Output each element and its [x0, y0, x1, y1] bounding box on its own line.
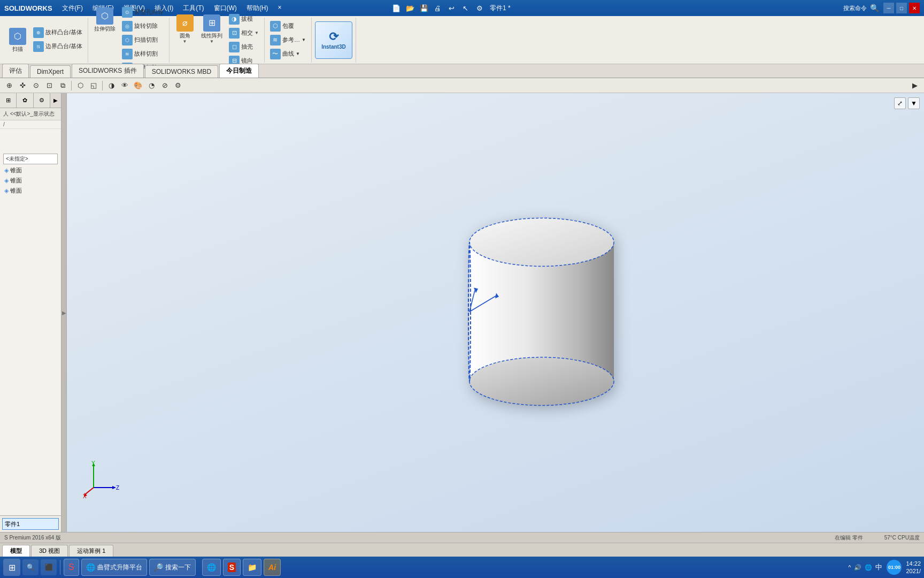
tray-network-icon[interactable]: 🌐 — [865, 564, 872, 571]
tab-sw-mbd[interactable]: SOLIDWORKS MBD — [145, 65, 218, 78]
taskbar-browser-btn[interactable]: 🌐 曲臂式升降平台 — [81, 559, 147, 576]
instant3d-btn[interactable]: ⟳ Instant3D — [315, 21, 352, 59]
hide-show-btn[interactable]: 👁 — [119, 80, 130, 92]
menu-tools[interactable]: 工具(T) — [179, 3, 208, 14]
menu-help[interactable]: 帮助(H) — [242, 3, 273, 14]
svg-marker-14 — [112, 486, 116, 489]
app-logo: SOLIDWORKS — [4, 4, 52, 12]
new-file-btn[interactable]: 📄 — [390, 2, 402, 14]
taskbar-search-btn[interactable]: 🔍 — [22, 559, 38, 575]
taskbar-search-app-btn[interactable]: 🔎 搜索一下 — [149, 559, 196, 576]
revolve-cut-btn[interactable]: ◎ 旋转切除 — [120, 20, 166, 33]
tab-3dview[interactable]: 3D 视图 — [31, 545, 68, 557]
extrude-cut-btn[interactable]: ⬡ 拉伸切除 — [91, 6, 118, 34]
options-btn[interactable]: ⚙ — [474, 2, 486, 14]
intersect-btn[interactable]: ⊡ 相交 ▼ — [227, 27, 261, 40]
minimize-btn[interactable]: ─ — [883, 3, 894, 13]
part-rename-input[interactable]: 零件1 — [2, 518, 59, 530]
tab-today-manufacturing[interactable]: 今日制造 — [219, 64, 259, 78]
undo-btn[interactable]: ↩ — [446, 2, 458, 14]
curve-btn[interactable]: 〜 曲线 ▼ — [268, 48, 308, 60]
search-icon[interactable]: 🔍 — [870, 4, 879, 12]
taskbar-browser-label: 曲臂式升降平台 — [97, 563, 142, 572]
close-btn[interactable]: ✕ — [909, 3, 920, 13]
tab-evaluate[interactable]: 评估 — [2, 64, 29, 78]
print-btn[interactable]: 🖨 — [432, 2, 444, 14]
tray-ime-icon[interactable]: 中 — [875, 562, 882, 572]
rotate-view-btn[interactable]: ⊕ — [3, 80, 15, 92]
start-btn[interactable]: ⊞ — [3, 559, 20, 576]
time-badge[interactable]: 01:00 — [887, 560, 902, 575]
save-btn[interactable]: 💾 — [418, 2, 430, 14]
svg-text:X: X — [83, 493, 87, 498]
display-style-btn[interactable]: ◑ — [105, 80, 117, 92]
hole-wizard-btn[interactable]: ⊙ 异型孔向导 — [120, 6, 166, 19]
status-premium: S Premium 2016 x64 版 — [4, 534, 61, 542]
pattern-cut-btn[interactable]: ≋ 故样切割 — [120, 48, 166, 60]
view-toolbar: ⊕ ✜ ⊙ ⊡ ⧉ ⬡ ◱ ◑ 👁 🎨 ◔ ⊘ ⚙ ▶ — [0, 78, 924, 93]
viewport-controls: ⤢ ▼ — [894, 97, 920, 109]
tab-motion[interactable]: 运动算例 1 — [69, 545, 113, 557]
status-bar: S Premium 2016 x64 版 在编辑 零件 57°C CPU温度 — [0, 532, 924, 543]
zoom-btn[interactable]: ⊙ — [30, 80, 42, 92]
window-controls: ─ □ ✕ — [883, 3, 920, 13]
tray-expand-btn[interactable]: ^ — [848, 564, 851, 571]
taskbar-ai-btn[interactable]: Ai — [264, 559, 281, 576]
main-toolbar: ⬡ 扫描 ⊕ 故样凸台/基体 ⧅ 边界凸台/基体 ⬡ 拉伸切除 — [0, 16, 924, 64]
view-orient-btn[interactable]: ◱ — [88, 80, 99, 92]
scan-btn[interactable]: ⬡ 扫描 — [5, 26, 29, 54]
3d-viewport[interactable]: ⤢ ▼ — [67, 93, 924, 532]
menu-file[interactable]: 文件(F) — [58, 3, 87, 14]
sweep-cut-btn[interactable]: ⬡ 扫描切割 — [120, 34, 166, 47]
expand-panel-btn[interactable]: ▶ — [909, 80, 921, 92]
open-file-btn[interactable]: 📂 — [404, 2, 416, 14]
panel-tab-property[interactable]: ✿ — [17, 93, 33, 108]
taskbar-edge-btn[interactable]: 🌐 — [202, 559, 221, 576]
maximize-btn[interactable]: □ — [896, 3, 907, 13]
taskbar-sw2-btn[interactable]: S — [223, 559, 241, 576]
edit-appearance-btn[interactable]: 🎨 — [132, 80, 144, 92]
system-tray-icons: ^ 🔊 🌐 中 — [848, 562, 882, 572]
unspecified-item[interactable]: <未指定> — [3, 154, 58, 164]
vp-settings-btn[interactable]: ▼ — [908, 97, 920, 109]
fillet-btn[interactable]: ⌀ 圆角 ▼ — [173, 13, 197, 45]
menu-window[interactable]: 窗口(W) — [210, 3, 241, 14]
panel-collapse-handle[interactable]: ▶ — [61, 93, 67, 532]
boundary-boss-btn[interactable]: ⧅ 边界凸台/基体 — [31, 40, 84, 53]
cursor-btn[interactable]: ↖ — [460, 2, 472, 14]
shell-btn[interactable]: ◻ 抽壳 — [227, 41, 261, 54]
tab-sw-plugins[interactable]: SOLIDWORKS 插件 — [72, 64, 144, 78]
panel-expand-btn[interactable]: ▶ — [50, 93, 61, 108]
taskbar-folder-btn[interactable]: 📁 — [243, 559, 261, 576]
3d-model-cylinder — [427, 200, 657, 426]
tree-cone-face-3[interactable]: ◈ 锥面 — [3, 186, 58, 196]
zoom-select-btn[interactable]: ⧉ — [57, 80, 68, 92]
panel-tab-feature[interactable]: ⊞ — [0, 93, 17, 108]
tab-model[interactable]: 模型 — [2, 545, 30, 557]
taskbar-sw-btn[interactable]: S — [64, 559, 79, 576]
section-view-btn[interactable]: ⊘ — [159, 80, 171, 92]
linear-pattern-btn[interactable]: ⊞ 线性阵列 ▼ — [198, 13, 225, 45]
reference-btn[interactable]: ≋ 参考… ▼ — [268, 34, 308, 47]
wrap-btn[interactable]: ⬡ 包覆 — [268, 20, 308, 33]
taskbar-taskview-btn[interactable]: ⬛ — [41, 559, 57, 575]
vp-expand-btn[interactable]: ⤢ — [894, 97, 906, 109]
tab-dimxpert[interactable]: DimXpert — [30, 65, 71, 78]
feature-tree-panel: ⊞ ✿ ⚙ ▶ 人 <<默认>_显示状态 / <未指定> ◈ 锥面 ◈ — [0, 93, 61, 532]
menu-more[interactable]: × — [274, 3, 286, 14]
standard-views-btn[interactable]: ⬡ — [74, 80, 86, 92]
taskbar-clock[interactable]: 14:22 2021/ — [906, 560, 921, 575]
tree-cone-face-2[interactable]: ◈ 锥面 — [3, 176, 58, 186]
toolbar-group-boss: ⬡ 扫描 ⊕ 故样凸台/基体 ⧅ 边界凸台/基体 — [2, 18, 88, 63]
taskbar: ⊞ 🔍 ⬛ S 🌐 曲臂式升降平台 🔎 搜索一下 🌐 S 📁 Ai ^ 🔊 — [0, 557, 924, 578]
pan-view-btn[interactable]: ✜ — [17, 80, 28, 92]
draft-btn[interactable]: ◑ 拔模 — [227, 13, 261, 26]
tree-cone-face-1[interactable]: ◈ 锥面 — [3, 165, 58, 176]
zoom-fit-btn[interactable]: ⊡ — [43, 80, 55, 92]
boss-base-btn[interactable]: ⊕ 故样凸台/基体 — [31, 26, 84, 39]
bottom-tab-bar: 模型 3D 视图 运动算例 1 — [0, 543, 924, 557]
tray-volume-icon[interactable]: 🔊 — [854, 564, 861, 571]
scene-btn[interactable]: ◔ — [145, 80, 157, 92]
view-settings-btn[interactable]: ⚙ — [172, 80, 184, 92]
panel-tab-config[interactable]: ⚙ — [34, 93, 50, 108]
